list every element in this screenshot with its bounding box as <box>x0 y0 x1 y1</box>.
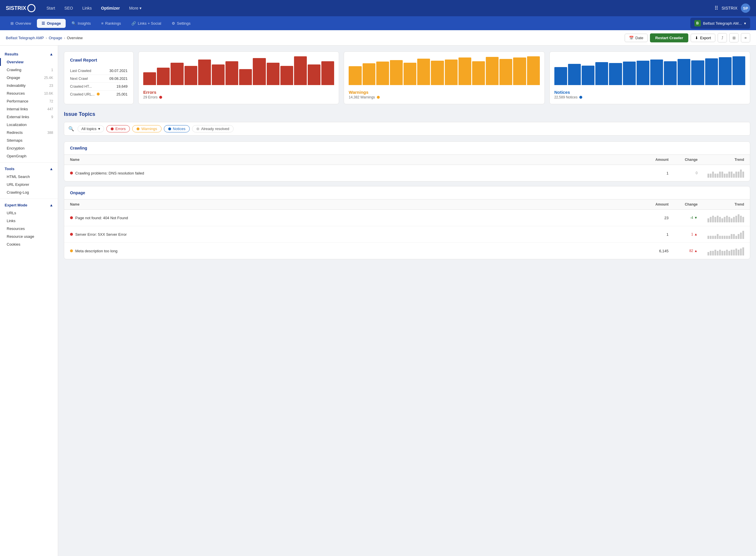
warnings-chart-card[interactable]: Warnings 14,382 Warnings <box>344 51 545 104</box>
breadcrumb-sep-1: › <box>45 36 47 40</box>
collapse-icon[interactable]: ▲ <box>50 52 53 56</box>
sidebar-item-links[interactable]: Links <box>0 217 58 225</box>
overview-icon: ⊞ <box>10 21 14 26</box>
sidebar-item-resources[interactable]: Resources 10.6K <box>0 90 58 97</box>
sidebar-item-html-search[interactable]: HTML Search <box>0 173 58 181</box>
issue-topics-section: Issue Topics 🔍 All topics ▾ Errors Warni… <box>64 111 750 259</box>
chart-bar <box>308 65 321 85</box>
export-button[interactable]: ⬇ Export <box>691 34 715 42</box>
chart-bar <box>527 56 540 85</box>
trend-bar <box>742 247 744 255</box>
filter-errors-btn[interactable]: Errors <box>106 125 130 132</box>
sidebar-item-url-explorer[interactable]: URL Explorer <box>0 181 58 188</box>
trend-bar <box>724 174 725 178</box>
chart-bar <box>294 56 307 85</box>
trend-bar <box>717 216 719 222</box>
issue-dot-meta <box>70 249 73 252</box>
chart-bar <box>212 65 225 85</box>
filter-notices-btn[interactable]: Notices <box>164 125 190 132</box>
chart-bar <box>650 60 663 85</box>
trend-bar <box>740 216 742 222</box>
issue-topics-title: Issue Topics <box>64 111 750 117</box>
sidebar-item-sitemaps[interactable]: Sitemaps <box>0 136 58 144</box>
subnav-links-social[interactable]: 🔗 Links + Social <box>127 19 166 28</box>
sidebar-item-external-links[interactable]: External links 9 <box>0 113 58 121</box>
chart-bar <box>239 69 252 85</box>
expert-collapse-icon[interactable]: ▲ <box>50 203 53 207</box>
subnav-rankings[interactable]: ≡ Rankings <box>96 19 126 28</box>
main-content: Crawl Report Last Crawled 30.07.2021 Nex… <box>58 45 756 556</box>
share-button[interactable]: ⤴ <box>718 33 727 42</box>
chart-bar <box>431 61 443 85</box>
trend-bar <box>710 217 712 222</box>
trend-bar <box>740 233 742 239</box>
table-row[interactable]: Crawling problems: DNS resolution failed… <box>64 165 750 181</box>
apps-icon[interactable]: ⠿ <box>715 5 718 11</box>
avatar[interactable]: SP <box>741 3 750 13</box>
site-selector[interactable]: B Belfast Telegraph AM... ▾ <box>690 18 750 29</box>
trend-bar <box>738 234 739 239</box>
sidebar-item-crawling[interactable]: Crawling 1 <box>0 66 58 74</box>
subnav-onpage[interactable]: ☰ Onpage <box>37 19 65 28</box>
date-button[interactable]: 📅 Date <box>625 34 648 42</box>
sidebar-item-urls[interactable]: URLs <box>0 209 58 217</box>
onpage-icon: ☰ <box>41 21 45 26</box>
calendar-icon: 📅 <box>629 36 634 40</box>
table-row[interactable]: Server Error: 5XX Server Error 1 1 ▲ <box>64 226 750 243</box>
sidebar-item-cookies[interactable]: Cookies <box>0 240 58 248</box>
sidebar-item-internal-links[interactable]: Internal links 447 <box>0 105 58 113</box>
sidebar-item-resources-expert[interactable]: Resources <box>0 225 58 233</box>
grid-view-button[interactable]: ⊞ <box>729 33 738 42</box>
trend-bar <box>731 172 732 178</box>
list-view-button[interactable]: ≡ <box>741 33 750 42</box>
sidebar-item-onpage[interactable]: Onpage 25.4K <box>0 74 58 81</box>
issue-change-dns: 0 <box>668 171 698 175</box>
subnav-overview[interactable]: ⊞ Overview <box>6 19 36 28</box>
chart-bar <box>157 68 170 85</box>
sidebar-item-performance[interactable]: Performance 72 <box>0 97 58 105</box>
sidebar-item-resource-usage[interactable]: Resource usage <box>0 233 58 240</box>
trend-bar <box>719 217 721 222</box>
nav-start[interactable]: Start <box>42 3 59 13</box>
errors-chart-card[interactable]: Errors 29 Errors <box>138 51 339 104</box>
trend-bar <box>715 236 716 239</box>
sidebar-item-indexability[interactable]: Indexability 23 <box>0 81 58 90</box>
warnings-dot <box>377 96 380 99</box>
trend-bar <box>726 216 728 222</box>
breadcrumb-onpage[interactable]: Onpage <box>49 36 62 40</box>
sidebar-item-overview[interactable]: Overview <box>0 58 58 66</box>
filter-resolved-btn[interactable]: Already resolved <box>192 125 234 132</box>
trend-bar <box>742 172 744 178</box>
trend-bar <box>733 234 735 239</box>
nav-optimizer[interactable]: Optimizer <box>97 3 124 13</box>
sidebar-item-crawling-log[interactable]: Crawling-Log <box>0 188 58 196</box>
chart-bar <box>253 58 266 85</box>
errors-subtitle: 29 Errors <box>143 95 334 99</box>
sidebar-item-localization[interactable]: Localization <box>0 121 58 129</box>
table-row[interactable]: Meta description too long 6,145 82 ▲ <box>64 243 750 259</box>
trend-bar <box>719 172 721 178</box>
sidebar-item-encryption[interactable]: Encryption <box>0 144 58 152</box>
sidebar-item-redirects[interactable]: Redirects 388 <box>0 129 58 136</box>
tools-collapse-icon[interactable]: ▲ <box>50 167 53 171</box>
breadcrumb-site[interactable]: Belfast Telegraph AMP <box>6 36 44 40</box>
nav-more[interactable]: More ▾ <box>125 3 145 13</box>
subnav-insights[interactable]: 🔍 Insights <box>67 19 96 28</box>
cards-row: Crawl Report Last Crawled 30.07.2021 Nex… <box>64 51 750 104</box>
nav-seo[interactable]: SEO <box>60 3 77 13</box>
notices-chart-area <box>554 56 745 88</box>
trend-bar <box>719 250 721 255</box>
all-topics-dropdown[interactable]: All topics ▾ <box>77 125 104 132</box>
results-section-header: Results ▲ <box>0 50 58 58</box>
nav-links[interactable]: Links <box>78 3 96 13</box>
notices-chart-card[interactable]: Notices 22,589 Notices <box>550 51 750 104</box>
filter-warnings-btn[interactable]: Warnings <box>132 125 161 132</box>
subnav-settings[interactable]: ⚙ Settings <box>167 19 195 28</box>
trend-bar <box>728 217 730 222</box>
sidebar-divider-1 <box>0 162 58 163</box>
table-row[interactable]: Page not found: 404 Not Found 23 -4 ▼ <box>64 210 750 226</box>
warnings-chart-footer: Warnings 14,382 Warnings <box>349 90 539 99</box>
restart-crawler-button[interactable]: Restart Crawler <box>650 33 688 42</box>
chart-bar <box>170 63 183 85</box>
sidebar-item-opengraph[interactable]: OpenGraph <box>0 152 58 160</box>
